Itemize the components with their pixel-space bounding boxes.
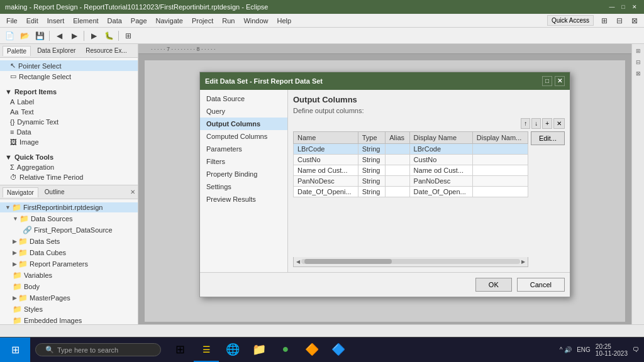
notification-icon[interactable]: 🗨 — [633, 346, 639, 353]
dialog-nav-preview-results[interactable]: Preview Results — [200, 193, 287, 206]
toolbar-layout[interactable]: ⊞ — [121, 30, 135, 42]
report-params-toggle[interactable]: ▶ — [13, 261, 17, 267]
scroll-right-arrow[interactable]: ▶ — [520, 259, 526, 265]
right-panel-btn-1[interactable]: ⊞ — [634, 47, 643, 55]
palette-item-image[interactable]: 🖼 Image — [0, 137, 138, 147]
cancel-button[interactable]: Cancel — [517, 278, 565, 292]
tree-item-root[interactable]: ▼ 📁 FirstReportinbirt.rptdesign — [0, 202, 138, 213]
tree-item-data-sets[interactable]: ▶ 📁 Data Sets — [0, 236, 138, 247]
toolbar-extra-btn3[interactable]: ⊠ — [628, 14, 641, 27]
scroll-left-arrow[interactable]: ◀ — [295, 259, 301, 265]
taskbar-app-taskview[interactable]: ⊞ — [167, 338, 192, 362]
dialog-nav-query[interactable]: Query — [200, 105, 287, 118]
data-sets-toggle[interactable]: ▶ — [13, 238, 17, 244]
data-cubes-toggle[interactable]: ▶ — [13, 250, 17, 256]
taskbar-app-eclipse[interactable]: ☰ — [194, 338, 219, 362]
toolbar-new[interactable]: 📄 — [3, 30, 16, 42]
taskbar-app-edge[interactable]: 🌐 — [220, 338, 245, 362]
menu-project[interactable]: Project — [188, 16, 217, 26]
masterpages-toggle[interactable]: ▶ — [13, 295, 17, 301]
tab-outline[interactable]: Outline — [41, 187, 69, 197]
scrollbar-track[interactable] — [301, 259, 520, 264]
maximize-button[interactable]: □ — [619, 3, 628, 11]
palette-item-aggregation[interactable]: Σ Aggregation — [0, 162, 138, 172]
dialog-nav-data-source[interactable]: Data Source — [200, 92, 287, 105]
quick-access-input[interactable]: Quick Access — [547, 15, 594, 26]
dialog-nav-filters[interactable]: Filters — [200, 155, 287, 168]
tab-data-explorer[interactable]: Data Explorer — [33, 46, 79, 55]
horizontal-scrollbar[interactable]: ◀ ▶ — [293, 257, 528, 267]
tab-palette[interactable]: Palette — [3, 46, 31, 56]
palette-item-text[interactable]: Aa Text — [0, 107, 138, 117]
menu-data[interactable]: Data — [104, 16, 126, 26]
col-delete-btn[interactable]: ✕ — [553, 118, 565, 129]
toolbar-extra-btn2[interactable]: ⊟ — [613, 14, 626, 27]
menu-run[interactable]: Run — [218, 16, 238, 26]
menu-insert[interactable]: Insert — [43, 16, 69, 26]
taskbar-app-explorer[interactable]: 📁 — [247, 338, 272, 362]
start-button[interactable]: ⊞ — [0, 337, 30, 363]
dialog-nav-parameters[interactable]: Parameters — [200, 143, 287, 155]
col-down-btn[interactable]: ↓ — [531, 118, 541, 129]
menu-navigate[interactable]: Navigate — [152, 16, 187, 26]
minimize-button[interactable]: — — [608, 3, 616, 11]
toolbar-back[interactable]: ◀ — [52, 30, 66, 42]
right-panel-btn-3[interactable]: ⊠ — [634, 69, 643, 78]
toolbar-run[interactable]: ▶ — [87, 30, 101, 42]
scrollbar-thumb[interactable] — [304, 259, 392, 264]
toolbar-debug[interactable]: 🐛 — [102, 30, 116, 42]
tree-item-data-sources[interactable]: ▼ 📁 Data Sources — [0, 213, 138, 224]
dialog-nav-settings[interactable]: Settings — [200, 180, 287, 193]
menu-edit[interactable]: Edit — [23, 16, 42, 26]
palette-item-data[interactable]: ≡ Data — [0, 127, 138, 137]
right-panel-btn-2[interactable]: ⊟ — [634, 58, 643, 67]
col-add-btn[interactable]: + — [542, 118, 552, 129]
palette-item-pointer-select[interactable]: ↖ Pointer Select — [0, 60, 138, 71]
toolbar-open[interactable]: 📂 — [18, 30, 31, 42]
palette-item-relative-time[interactable]: ⏱ Relative Time Period — [0, 172, 138, 182]
nav-close-btn[interactable]: ✕ — [130, 189, 135, 195]
ok-button[interactable]: OK — [475, 278, 512, 292]
col-up-btn[interactable]: ↑ — [521, 118, 530, 129]
table-row[interactable]: Name od Cust... String Name od Cust... — [294, 165, 528, 175]
taskbar-app-chrome[interactable]: ● — [273, 338, 298, 362]
palette-item-rectangle-select[interactable]: ▭ Rectangle Select — [0, 71, 138, 82]
taskbar-search[interactable]: 🔍 Type here to search — [35, 343, 161, 356]
menu-element[interactable]: Element — [69, 16, 102, 26]
menu-file[interactable]: File — [3, 16, 21, 26]
tree-item-data-cubes[interactable]: ▶ 📁 Data Cubes — [0, 247, 138, 258]
menu-help[interactable]: Help — [274, 16, 296, 26]
close-button[interactable]: ✕ — [630, 3, 639, 11]
report-items-toggle[interactable]: ▼ — [5, 88, 12, 96]
tree-item-variables[interactable]: 📁 Variables — [0, 270, 138, 281]
toolbar-extra-btn1[interactable]: ⊞ — [597, 14, 611, 27]
tree-item-styles[interactable]: 📁 Styles — [0, 304, 138, 315]
tab-navigator[interactable]: Navigator — [3, 187, 38, 197]
tree-item-masterpages[interactable]: ▶ 📁 MasterPages — [0, 292, 138, 304]
table-scroll-area[interactable]: Name Type Alias Display Name Display Nam… — [293, 131, 528, 257]
toolbar-save[interactable]: 💾 — [33, 30, 47, 42]
dialog-nav-property-binding[interactable]: Property Binding — [200, 168, 287, 180]
dialog-maximize-btn[interactable]: □ — [542, 76, 552, 86]
toolbar-forward[interactable]: ▶ — [67, 30, 81, 42]
taskbar-app-app5[interactable]: 🔶 — [299, 338, 325, 362]
taskbar-app-app6[interactable]: 🔷 — [326, 338, 351, 362]
menu-page[interactable]: Page — [127, 16, 151, 26]
root-toggle[interactable]: ▼ — [5, 204, 11, 211]
quick-tools-toggle[interactable]: ▼ — [5, 153, 12, 161]
tab-resource[interactable]: Resource Ex... — [82, 46, 131, 55]
table-row[interactable]: CustNo String CustNo — [294, 154, 528, 165]
table-row[interactable]: PanNoDesc String PanNoDesc — [294, 175, 528, 186]
edit-column-button[interactable]: Edit... — [531, 131, 565, 145]
tree-item-embedded-images[interactable]: 📁 Embedded Images — [0, 315, 138, 324]
table-row[interactable]: LBrCode String LBrCode — [294, 143, 528, 154]
table-row[interactable]: Date_Of_Openi... String Date_Of_Open... — [294, 186, 528, 197]
dialog-nav-output-columns[interactable]: Output Columns — [200, 118, 287, 130]
data-sources-toggle[interactable]: ▼ — [13, 216, 18, 222]
dialog-close-btn[interactable]: ✕ — [555, 76, 565, 86]
dialog-nav-computed-columns[interactable]: Computed Columns — [200, 130, 287, 143]
tree-item-first-report-datasource[interactable]: 🔗 First_Report_DataSource — [0, 224, 138, 236]
tree-item-body[interactable]: 📁 Body — [0, 281, 138, 292]
palette-item-dynamic-text[interactable]: {} Dynamic Text — [0, 117, 138, 127]
tree-item-report-parameters[interactable]: ▶ 📁 Report Parameters — [0, 258, 138, 270]
